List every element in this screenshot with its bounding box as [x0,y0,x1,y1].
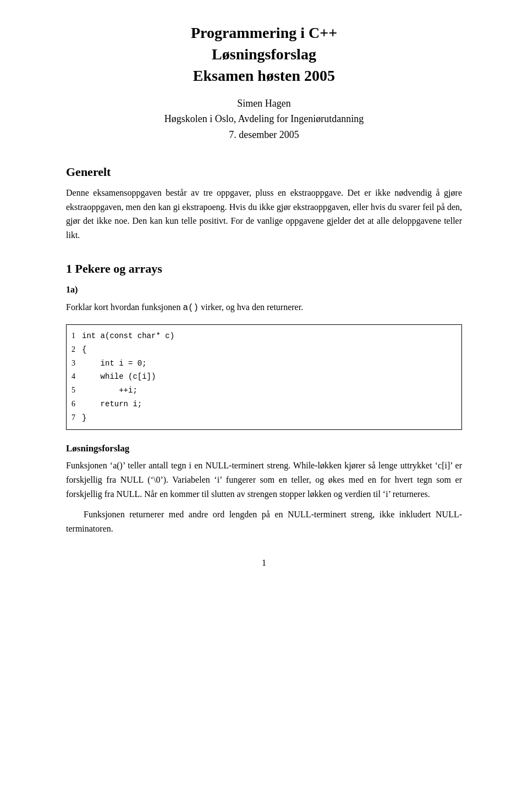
code-content-2: { [82,344,86,357]
code-row-1: 1 int a(const char* c) [67,329,461,343]
code-block: 1 int a(const char* c) 2 { 3 int i = 0; … [66,324,462,430]
generelt-para1: Denne eksamensoppgaven består av tre opp… [66,186,462,242]
page-number: 1 [262,558,266,567]
date: 7. desember 2005 [229,129,299,140]
code-content-5: ++i; [82,384,138,397]
page: Programmering i C++ Løsningsforslag Eksa… [66,22,462,568]
losningsforslag-para2: Funksjonen returnerer med andre ord leng… [66,507,462,537]
code-row-5: 5 ++i; [67,384,461,397]
code-content-1: int a(const char* c) [82,330,174,343]
code-content-3: int i = 0; [82,357,147,371]
author: Simen Hagen [237,98,290,109]
section-1: 1 Pekere og arrays 1a) Forklar kort hvor… [66,262,462,536]
code-content-4: while (c[i]) [82,371,156,384]
subsection-1a-label: 1a) [66,285,462,295]
code-row-3: 3 int i = 0; [67,357,461,371]
institution: Høgskolen i Oslo, Avdeling for Ingeniøru… [164,113,364,124]
losningsforslag-heading: Løsningsforslag [66,443,462,454]
line-num-6: 6 [67,397,82,411]
line-num-2: 2 [67,343,82,356]
subsection-1a-text2: virker, og hva den returnerer. [199,302,303,312]
line-num-7: 7 [67,411,82,424]
header: Programmering i C++ Løsningsforslag Eksa… [66,22,462,143]
header-subtitle: Simen Hagen Høgskolen i Oslo, Avdeling f… [66,96,462,143]
line-num-3: 3 [67,357,82,370]
code-row-6: 6 return i; [67,397,461,411]
title-line1: Programmering i C++ [191,24,337,41]
title-line2: Løsningsforslag [212,46,316,63]
page-footer: 1 [66,558,462,568]
subsection-1a-code: a() [183,303,199,313]
losningsforslag-para1: Funksjonen ‘a()’ teller antall tegn i en… [66,459,462,502]
code-row-4: 4 while (c[i]) [67,370,461,384]
subsection-1a-description: Forklar kort hvordan funksjonen a() virk… [66,300,462,316]
line-num-4: 4 [67,370,82,383]
line-num-5: 5 [67,384,82,397]
header-title: Programmering i C++ Løsningsforslag Eksa… [66,22,462,87]
line-num-1: 1 [67,329,82,343]
code-content-7: } [82,412,86,425]
section-generelt: Generelt Denne eksamensoppgaven består a… [66,165,462,242]
generelt-heading: Generelt [66,165,462,179]
code-content-6: return i; [82,398,142,411]
section1-heading: 1 Pekere og arrays [66,262,462,276]
title-line3: Eksamen høsten 2005 [193,67,335,84]
code-row-7: 7 } [67,411,461,425]
code-row-2: 2 { [67,343,461,357]
subsection-1a-text: Forklar kort hvordan funksjonen [66,302,183,312]
